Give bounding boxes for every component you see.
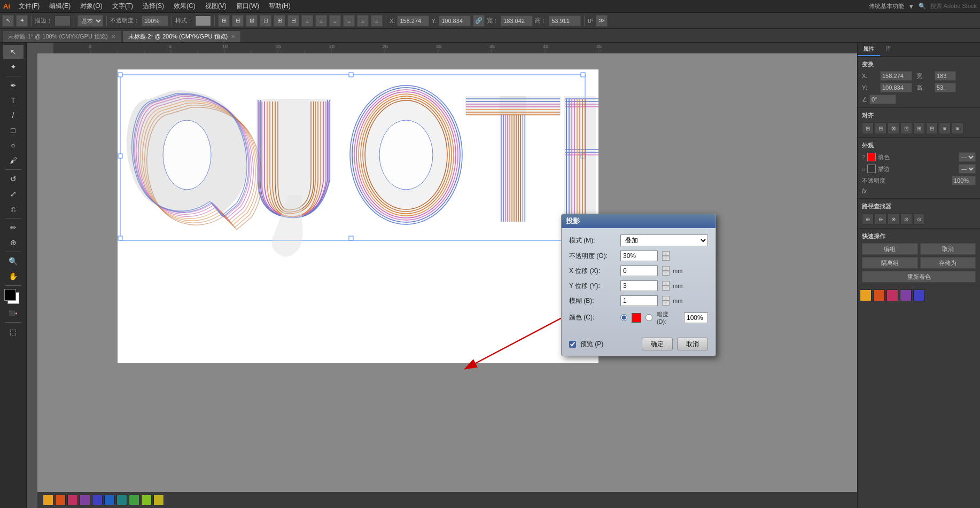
dlg-darkness-input[interactable] (684, 312, 708, 323)
tool-warp[interactable]: ⎌ (3, 202, 24, 216)
swatch-5[interactable] (92, 495, 103, 505)
btn-isolate[interactable]: 隔离组 (862, 257, 918, 269)
dlg-blur-down[interactable]: ▼ (662, 301, 670, 306)
stroke-swatch[interactable] (867, 165, 876, 173)
link-xy-icon[interactable]: 🔗 (473, 15, 485, 27)
panel-x-input[interactable] (880, 71, 912, 81)
align-icon-8[interactable]: ≡ (315, 15, 327, 27)
swatch-panel-3[interactable] (886, 290, 898, 301)
tool-text[interactable]: T (3, 93, 24, 107)
align-center-v-icon[interactable]: ⊞ (913, 122, 925, 134)
panel-angle-input[interactable] (869, 95, 896, 104)
swatch-2[interactable] (55, 495, 66, 505)
tool-paintbrush[interactable]: 🖌 (3, 153, 24, 167)
dlg-x-down[interactable]: ▼ (662, 271, 670, 276)
menu-file[interactable]: 文件(F) (14, 1, 44, 12)
tool-artboard[interactable]: ⬚ (3, 325, 24, 339)
dlg-x-spinner[interactable]: ▲ ▼ (662, 266, 670, 276)
tool-zoom[interactable]: 🔍 (3, 254, 24, 268)
btn-save[interactable]: 存储为 (920, 257, 976, 269)
align-icon-6[interactable]: ⊟ (287, 15, 299, 27)
pf-exclude[interactable]: ⊘ (900, 213, 912, 225)
dlg-opacity-down[interactable]: ▼ (662, 256, 670, 261)
swatch-6[interactable] (104, 495, 115, 505)
align-icon-12[interactable]: ≡ (371, 15, 383, 27)
pf-intersect[interactable]: ⊗ (888, 213, 899, 225)
search-stock-input[interactable]: 搜索 Adobe Stock (930, 2, 977, 10)
align-icon-9[interactable]: ≡ (329, 15, 341, 27)
h-input[interactable] (549, 15, 581, 26)
dialog-titlebar[interactable]: 投影 (562, 214, 715, 228)
dlg-y-down[interactable]: ▼ (662, 286, 670, 291)
menu-window[interactable]: 窗口(W) (232, 1, 263, 12)
dlg-mode-select[interactable]: 叠加 正片叠底 正常 (620, 235, 708, 246)
dlg-opacity-up[interactable]: ▲ (662, 251, 670, 256)
align-left-icon[interactable]: ⊞ (862, 122, 874, 134)
tool-ellipse[interactable]: ○ (3, 138, 24, 152)
swatch-4[interactable] (80, 495, 90, 505)
align-icon-3[interactable]: ⊠ (246, 15, 258, 27)
dlg-x-input[interactable] (620, 265, 658, 276)
fill-swatch[interactable] (867, 153, 876, 161)
swatch-panel-5[interactable] (913, 290, 925, 301)
tool-select[interactable]: ↖ (3, 45, 24, 59)
align-bottom-icon[interactable]: ⊟ (926, 122, 938, 134)
panel-y-input[interactable] (880, 83, 912, 92)
foreground-color[interactable] (4, 289, 16, 301)
opacity-panel-input[interactable] (952, 176, 976, 185)
menu-help[interactable]: 帮助(H) (265, 1, 295, 12)
align-icon-2[interactable]: ⊟ (232, 15, 244, 27)
dlg-y-up[interactable]: ▲ (662, 281, 670, 286)
opacity-input[interactable] (142, 15, 168, 26)
pf-unite[interactable]: ⊕ (862, 213, 874, 225)
tool-eyedropper[interactable]: ✏ (3, 221, 24, 235)
tab-2-close[interactable]: ✕ (231, 34, 235, 40)
workspace-dropdown-icon[interactable]: ▼ (908, 3, 914, 10)
swatch-panel-1[interactable] (860, 290, 872, 301)
dlg-color-swatch[interactable] (632, 313, 641, 323)
swatch-3[interactable] (67, 495, 78, 505)
dist-v-icon[interactable]: ≡ (952, 122, 963, 134)
stroke-color-swatch[interactable] (55, 15, 71, 26)
swatch-9[interactable] (141, 495, 152, 505)
dlg-ok-button[interactable]: 确定 (642, 338, 673, 350)
align-icon-1[interactable]: ⊞ (218, 15, 230, 27)
search-stock-icon[interactable]: 🔍 (919, 3, 926, 10)
tool-rotate[interactable]: ↺ (3, 172, 24, 186)
align-center-h-icon[interactable]: ⊟ (875, 122, 886, 134)
dlg-cancel-button[interactable]: 取消 (677, 338, 708, 350)
panel-tab-properties[interactable]: 属性 (858, 43, 880, 56)
dist-h-icon[interactable]: ≡ (939, 122, 951, 134)
tab-1-close[interactable]: ✕ (111, 34, 115, 40)
selection-tool-icon[interactable]: ↖ (2, 15, 14, 27)
btn-cancel-group[interactable]: 取消 (920, 243, 976, 255)
menu-effect[interactable]: 效果(C) (169, 1, 200, 12)
align-icon-10[interactable]: ≡ (343, 15, 355, 27)
dlg-y-input[interactable] (620, 280, 658, 291)
w-input[interactable] (501, 15, 533, 26)
dlg-preview-checkbox[interactable] (569, 341, 576, 348)
align-icon-7[interactable]: ≡ (301, 15, 313, 27)
dlg-blur-up[interactable]: ▲ (662, 296, 670, 301)
dlg-radio-color[interactable] (620, 314, 627, 321)
tool-line[interactable]: / (3, 108, 24, 122)
tool-blend[interactable]: ⊕ (3, 236, 24, 249)
swatch-1[interactable] (43, 495, 53, 505)
tool-direct-select[interactable]: ✦ (3, 60, 24, 74)
align-top-icon[interactable]: ⊡ (900, 122, 912, 134)
dlg-blur-spinner[interactable]: ▲ ▼ (662, 296, 670, 306)
color-mode-icon[interactable]: ⬛● (3, 306, 24, 320)
swatch-10[interactable] (153, 495, 164, 505)
stroke-style-select[interactable]: 基本 (77, 15, 103, 27)
swatch-panel-4[interactable] (900, 290, 912, 301)
dlg-radio-darkness[interactable] (645, 314, 652, 321)
tool-hand[interactable]: ✋ (3, 269, 24, 283)
pf-divide[interactable]: ⊙ (913, 213, 925, 225)
menu-select[interactable]: 选择(S) (138, 1, 168, 12)
y-input[interactable] (439, 15, 471, 26)
btn-recolor[interactable]: 重新着色 (862, 271, 976, 283)
menu-object[interactable]: 对象(O) (76, 1, 106, 12)
canvas-area[interactable]: 0 5 10 15 20 25 30 35 40 45 (27, 43, 857, 508)
tool-scale[interactable]: ⤢ (3, 187, 24, 201)
tab-2[interactable]: 未标题-2* @ 200% (CMYK/GPU 预览) ✕ (122, 30, 242, 42)
